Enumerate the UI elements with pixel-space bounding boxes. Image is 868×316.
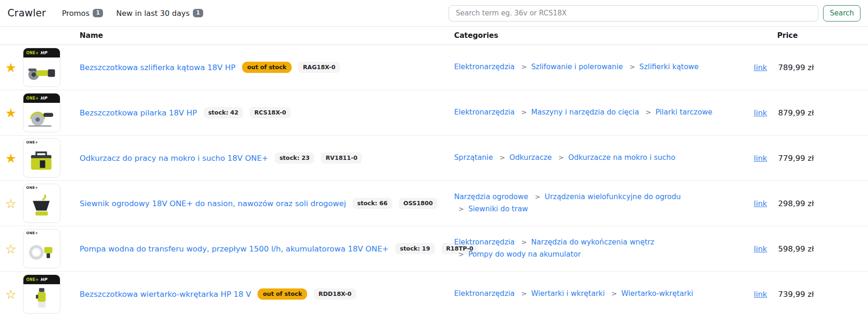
sku-badge: OSS1800 bbox=[399, 198, 438, 209]
column-header-price: Price bbox=[777, 31, 868, 40]
category-link[interactable]: Siewniki do traw bbox=[468, 205, 528, 213]
product-external-link[interactable]: link bbox=[754, 244, 767, 253]
image-cell: ONE+ bbox=[22, 229, 80, 268]
category-link[interactable]: Elektronarzędzia bbox=[454, 289, 515, 298]
favorite-star-icon-filled[interactable]: ★ bbox=[5, 152, 16, 165]
breadcrumb-separator-icon: > bbox=[458, 205, 464, 213]
breadcrumb-separator-icon: > bbox=[629, 63, 635, 71]
brand-banner: ONE+ bbox=[23, 230, 60, 235]
breadcrumb-segment: >Szlifowanie i polerowanie bbox=[521, 63, 623, 71]
table-row: ★ ONE+HP Bezszczotkowa pilarka 18V HP st… bbox=[0, 90, 868, 136]
category-link[interactable]: Urządzenia wielofunkcyjne do ogrodu bbox=[544, 193, 681, 201]
product-name-link[interactable]: Pompa wodna do transferu wody, przepływ … bbox=[80, 244, 389, 253]
search-input[interactable] bbox=[449, 5, 818, 22]
product-name-link[interactable]: Bezszczotkowa szlifierka kątowa 18V HP bbox=[80, 63, 235, 72]
category-breadcrumb: Elektronarzędzia >Narzędzia do wykończen… bbox=[454, 237, 754, 260]
breadcrumb-segment: >Odkurzacze bbox=[500, 153, 552, 162]
sku-badge: RCS18X-0 bbox=[250, 107, 291, 118]
link-cell: link bbox=[754, 290, 777, 299]
breadcrumb-separator-icon: > bbox=[521, 290, 527, 297]
name-cell: Bezszczotkowa wiertarko-wkrętarka HP 18 … bbox=[80, 288, 454, 300]
sku-badge: RDD18X-0 bbox=[314, 288, 356, 300]
product-price: 879,99 zł bbox=[777, 108, 868, 117]
breadcrumb-segment: >Pompy do wody na akumulator bbox=[458, 250, 581, 259]
favorite-star-icon-filled[interactable]: ★ bbox=[5, 61, 16, 74]
product-name-link[interactable]: Odkurzacz do pracy na mokro i sucho 18V … bbox=[80, 154, 268, 163]
category-link[interactable]: Maszyny i narzędzia do cięcia bbox=[531, 108, 639, 116]
search-button[interactable]: Search bbox=[823, 5, 861, 22]
table-header: Name Categories Price bbox=[0, 27, 868, 45]
name-cell: Bezszczotkowa pilarka 18V HP stock: 42 R… bbox=[80, 107, 454, 118]
category-link[interactable]: Szlifierki kątowe bbox=[640, 63, 699, 71]
category-link[interactable]: Narzędzia ogrodowe bbox=[454, 193, 528, 201]
product-name-link[interactable]: Bezszczotkowa pilarka 18V HP bbox=[80, 108, 197, 117]
breadcrumb-separator-icon: > bbox=[611, 290, 617, 297]
category-link[interactable]: Pilarki tarczowe bbox=[655, 108, 713, 116]
out-of-stock-badge: out of stock bbox=[257, 288, 307, 300]
product-price: 298,99 zł bbox=[777, 199, 868, 208]
favorite-star-icon-outline[interactable]: ☆ bbox=[5, 243, 16, 255]
brand-banner: ONE+ bbox=[23, 184, 60, 190]
category-link[interactable]: Elektronarzędzia bbox=[454, 63, 515, 71]
table-row: ☆ ONE+ Siewnik ogrodowy 18V ONE+ do nasi… bbox=[0, 181, 868, 226]
category-link[interactable]: Odkurzacze bbox=[509, 153, 552, 162]
breadcrumb-segment: >Urządzenia wielofunkcyjne do ogrodu bbox=[535, 193, 681, 201]
breadcrumb-separator-icon: > bbox=[521, 238, 527, 246]
top-bar: Crawler Promos1New in last 30 days1 Sear… bbox=[0, 0, 868, 27]
name-cell: Odkurzacz do pracy na mokro i sucho 18V … bbox=[80, 152, 454, 164]
breadcrumb-segment: >Maszyny i narzędzia do cięcia bbox=[521, 108, 639, 116]
product-external-link[interactable]: link bbox=[754, 290, 767, 299]
breadcrumb-segment: >Narzędzia do wykończenia wnętrz bbox=[521, 238, 654, 246]
product-external-link[interactable]: link bbox=[754, 154, 767, 163]
filter-label: Promos bbox=[62, 9, 89, 18]
breadcrumb-segment: >Siewniki do traw bbox=[458, 205, 528, 213]
crawler-app: Crawler Promos1New in last 30 days1 Sear… bbox=[0, 0, 868, 316]
out-of-stock-badge: out of stock bbox=[242, 62, 292, 73]
product-name-link[interactable]: Siewnik ogrodowy 18V ONE+ do nasion, naw… bbox=[80, 199, 346, 208]
favorite-cell: ☆ bbox=[0, 197, 22, 210]
product-external-link[interactable]: link bbox=[754, 63, 767, 72]
favorite-cell: ★ bbox=[0, 152, 22, 165]
link-cell: link bbox=[754, 244, 777, 253]
link-cell: link bbox=[754, 199, 777, 208]
category-link[interactable]: Elektronarzędzia bbox=[454, 238, 515, 246]
product-name-link[interactable]: Bezszczotkowa wiertarko-wkrętarka HP 18 … bbox=[80, 290, 251, 299]
category-link[interactable]: Sprzątanie bbox=[454, 153, 493, 162]
product-art-icon bbox=[23, 144, 60, 177]
table-row: ☆ ONE+HP Bezszczotkowa wiertarko-wkrętar… bbox=[0, 272, 868, 316]
brand-label: ONE+ bbox=[26, 96, 39, 101]
favorite-star-icon-outline[interactable]: ☆ bbox=[5, 197, 16, 210]
breadcrumb-separator-icon: > bbox=[521, 108, 527, 116]
product-external-link[interactable]: link bbox=[754, 199, 767, 208]
category-link[interactable]: Wiertarki i wkrętarki bbox=[531, 289, 604, 298]
brand-label: ONE+ bbox=[26, 140, 38, 144]
product-price: 779,99 zł bbox=[777, 154, 868, 163]
category-link[interactable]: Szlifowanie i polerowanie bbox=[531, 63, 623, 71]
table-row: ☆ ONE+ Pompa wodna do transferu wody, pr… bbox=[0, 226, 868, 272]
brand-label: HP bbox=[40, 96, 47, 101]
name-cell: Siewnik ogrodowy 18V ONE+ do nasion, naw… bbox=[80, 198, 454, 209]
filter-new-in-last-30-days[interactable]: New in last 30 days1 bbox=[116, 9, 203, 18]
favorite-star-icon-filled[interactable]: ★ bbox=[5, 107, 16, 119]
breadcrumb-separator-icon: > bbox=[458, 251, 464, 258]
water-pump-image: ONE+ bbox=[23, 229, 60, 268]
image-cell: ONE+HP bbox=[22, 274, 80, 314]
category-link[interactable]: Narzędzia do wykończenia wnętrz bbox=[531, 238, 654, 246]
product-art-icon bbox=[23, 235, 60, 268]
filter-promos[interactable]: Promos1 bbox=[62, 9, 103, 18]
product-external-link[interactable]: link bbox=[754, 108, 767, 117]
category-link[interactable]: Elektronarzędzia bbox=[454, 108, 515, 116]
category-link[interactable]: Pompy do wody na akumulator bbox=[468, 250, 581, 259]
breadcrumb-segment: >Wiertarki i wkrętarki bbox=[521, 289, 605, 298]
name-cell: Bezszczotkowa szlifierka kątowa 18V HP o… bbox=[80, 62, 454, 73]
image-cell: ONE+ bbox=[22, 184, 80, 223]
category-link[interactable]: Odkurzacze na mokro i sucho bbox=[568, 153, 676, 162]
sku-badge: RV1811-0 bbox=[321, 152, 362, 164]
filter-label: New in last 30 days bbox=[116, 9, 190, 18]
product-price: 739,99 zł bbox=[777, 290, 868, 299]
brand-label: ONE+ bbox=[26, 278, 39, 282]
category-link[interactable]: Wiertarko-wkrętarki bbox=[621, 289, 693, 298]
favorite-star-icon-outline[interactable]: ☆ bbox=[5, 288, 16, 301]
brand-label: HP bbox=[40, 50, 47, 55]
favorite-cell: ☆ bbox=[0, 288, 22, 301]
